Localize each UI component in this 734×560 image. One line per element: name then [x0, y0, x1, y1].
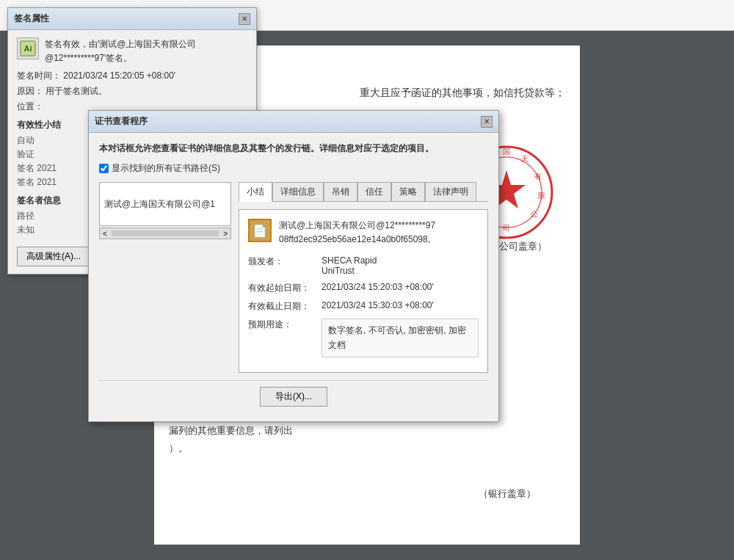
cert-valid-to-label: 有效截止日期： [248, 300, 321, 313]
cert-tabs: 小结 详细信息 吊销 信任 策略 法律声明 [239, 182, 488, 202]
cert-usage-label: 预期用途： [248, 319, 321, 357]
sig-reason-value: 用于签名测试。 [46, 86, 107, 96]
svg-text:公: 公 [531, 210, 538, 218]
sig-location-label: 位置： [17, 101, 43, 112]
cert-bottom: 导出(X)... [99, 380, 488, 412]
cert-usage-value: 数字签名, 不可否认, 加密密钥, 加密文档 [321, 319, 479, 357]
bank-seal-label: （银行盖章） [479, 487, 536, 501]
cert-description: 本对话框允许您查看证书的详细信息及其整个的发行链。详细信息对应于选定的项目。 [99, 142, 488, 155]
svg-text:Ai: Ai [24, 44, 32, 53]
svg-text:天: 天 [521, 155, 528, 163]
svg-text:国: 国 [503, 148, 510, 156]
tab-trust[interactable]: 信任 [357, 182, 391, 201]
cert-valid-to-value: 2021/03/24 15:30:03 +08:00' [321, 300, 479, 313]
cert-issuer-row: 颁发者： SHECA Rapid UniTrust [248, 255, 479, 276]
sig-time-value: 2021/03/24 15:20:05 +08:00' [63, 70, 175, 81]
cert-tree-item[interactable]: 测试@上海国天有限公司@1 [104, 198, 215, 211]
cert-icon: 📄 [248, 219, 272, 242]
cert-valid-to-row: 有效截止日期： 2021/03/24 15:30:03 +08:00' [248, 300, 479, 313]
cert-main-area: 测试@上海国天有限公司@1 < > 小结 详细信息 吊销 信任 策略 [99, 182, 488, 373]
svg-text:司: 司 [503, 224, 510, 232]
cert-valid-from-value: 2021/03/24 15:20:03 +08:00' [321, 282, 479, 294]
tab-policy[interactable]: 策略 [391, 182, 425, 201]
cert-issuer-value: SHECA Rapid UniTrust [321, 255, 479, 276]
cert-issuer-label: 颁发者： [248, 255, 321, 276]
sig-valid-row: Ai 签名有效，由'测试@上海国天有限公司@12*********97'签名。 [17, 37, 247, 65]
sig-valid-text: 签名有效，由'测试@上海国天有限公司@12*********97'签名。 [45, 37, 247, 65]
cert-viewer-titlebar: 证书查看程序 ✕ [89, 111, 498, 133]
cert-name-block: 测试@上海国天有限公司@12*********97 08ffd2ec925eb5… [279, 219, 435, 247]
cert-tree-scroll: < > [99, 228, 231, 239]
export-btn[interactable]: 导出(X)... [260, 387, 327, 407]
tab-details[interactable]: 详细信息 [272, 182, 324, 201]
cert-checkbox-row: 显示找到的所有证书路径(S) [99, 162, 488, 175]
sig-attr-title: 签名属性 [14, 12, 49, 25]
cert-usage-row: 预期用途： 数字签名, 不可否认, 加密密钥, 加密文档 [248, 319, 479, 357]
cert-serial: 08ffd2ec925eb56ae12e14a0b0f65098, [279, 233, 435, 247]
cert-tree-panel: 测试@上海国天有限公司@1 [99, 182, 231, 226]
cert-detail-area: 📄 测试@上海国天有限公司@12*********97 08ffd2ec925e… [239, 209, 488, 373]
sig-time-row: 签名时间： 2021/03/24 15:20:05 +08:00' [17, 70, 247, 82]
svg-text:有: 有 [534, 172, 542, 181]
cert-viewer-close-btn[interactable]: ✕ [481, 116, 493, 128]
cert-detail-header: 📄 测试@上海国天有限公司@12*********97 08ffd2ec925e… [248, 219, 479, 247]
tab-summary[interactable]: 小结 [239, 182, 272, 202]
sig-reason-row: 原因： 用于签名测试。 [17, 85, 247, 98]
sig-valid-icon: Ai [17, 37, 39, 59]
pdf-text-line1: 重大且应予函证的其他事项，如信托贷款等； [360, 87, 565, 98]
cert-tree-container: 测试@上海国天有限公司@1 < > [99, 182, 231, 373]
cert-dialog-body: 本对话框允许您查看证书的详细信息及其整个的发行链。详细信息对应于选定的项目。 显… [89, 133, 498, 421]
show-all-paths-checkbox[interactable] [99, 164, 109, 173]
sig-attr-close-btn[interactable]: ✕ [239, 13, 250, 25]
cert-right-panel: 小结 详细信息 吊销 信任 策略 法律声明 📄 测试@上海国天有限公司@12**… [239, 182, 488, 373]
sig-time-label: 签名时间： [17, 70, 61, 81]
advanced-properties-btn[interactable]: 高级属性(A)... [17, 247, 90, 266]
body-text-3: 漏列的其他重要信息，请列出 [169, 422, 573, 439]
tab-revocation[interactable]: 吊销 [324, 182, 357, 201]
cert-valid-from-label: 有效起始日期： [248, 282, 321, 294]
cert-name: 测试@上海国天有限公司@12*********97 [279, 219, 435, 233]
scroll-track [112, 230, 219, 236]
cert-viewer-title: 证书查看程序 [95, 115, 148, 128]
cert-viewer-dialog: 证书查看程序 ✕ 本对话框允许您查看证书的详细信息及其整个的发行链。详细信息对应… [88, 110, 499, 422]
svg-text:限: 限 [538, 192, 545, 200]
sig-attr-titlebar: 签名属性 ✕ [8, 8, 256, 30]
cert-valid-from-row: 有效起始日期： 2021/03/24 15:20:03 +08:00' [248, 282, 479, 294]
show-all-paths-label: 显示找到的所有证书路径(S) [112, 162, 220, 175]
tab-legal[interactable]: 法律声明 [425, 182, 476, 201]
pdf-text-top-right: 重大且应予函证的其他事项，如信托贷款等； [360, 82, 565, 103]
body-text-4: ）。 [169, 440, 573, 457]
scroll-left[interactable]: < [100, 230, 110, 238]
scroll-right[interactable]: > [220, 230, 230, 238]
sig-reason-label: 原因： [17, 86, 43, 96]
cert-info-table: 颁发者： SHECA Rapid UniTrust 有效起始日期： 2021/0… [248, 255, 479, 357]
